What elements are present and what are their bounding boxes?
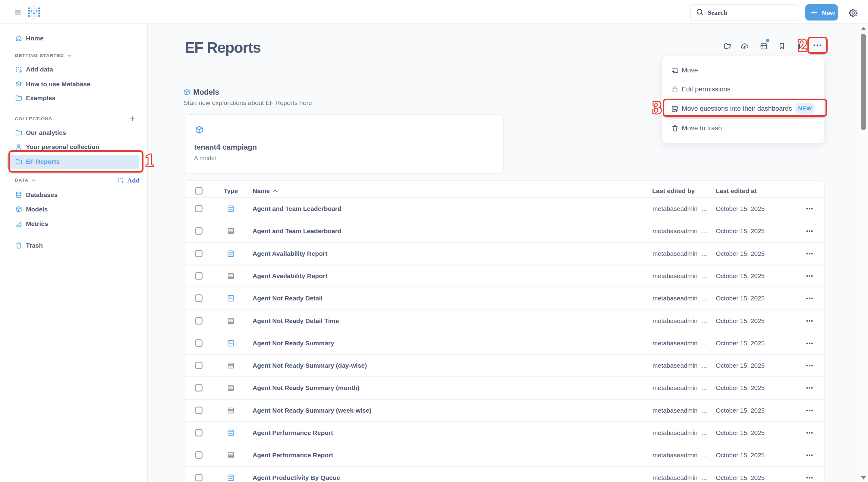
svg-text:2: 2 (798, 35, 807, 54)
svg-text:3: 3 (652, 97, 661, 116)
svg-text:1: 1 (145, 150, 154, 169)
